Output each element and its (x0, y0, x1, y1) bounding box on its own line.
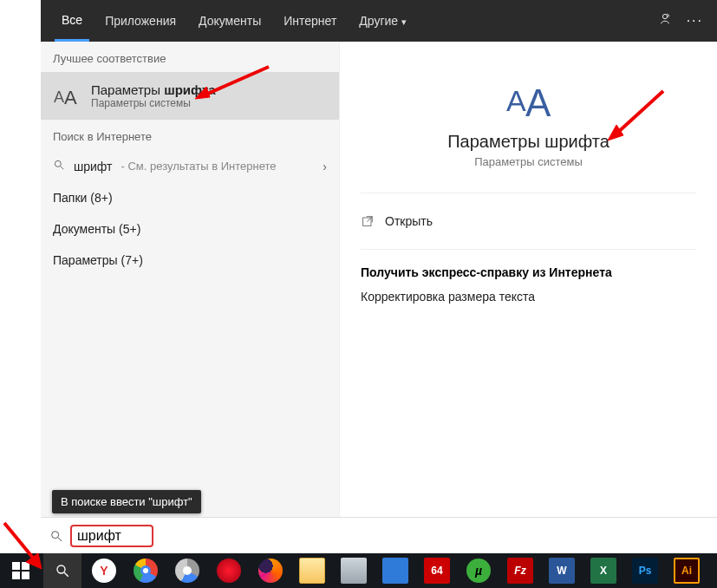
open-label: Открыть (385, 214, 433, 228)
taskbar-firefox[interactable] (251, 553, 290, 588)
search-icon (53, 159, 65, 173)
category-folders[interactable]: Папки (8+) (41, 182, 339, 213)
search-header: Все Приложения Документы Интернет Другие… (41, 0, 717, 42)
help-link[interactable]: Корректировка размера текста (361, 290, 696, 304)
open-action[interactable]: Открыть (361, 206, 696, 237)
taskbar-word[interactable]: W (543, 553, 581, 588)
best-match-title: Параметры шрифта (91, 82, 216, 97)
yandex-icon: Y (92, 559, 116, 583)
category-documents[interactable]: Документы (5+) (41, 213, 339, 245)
taskbar-app-blue[interactable] (376, 553, 414, 588)
tab-more-label: Другие (359, 14, 398, 28)
taskbar-search-button[interactable] (43, 553, 81, 588)
web-search-hint: - См. результаты в Интернете (121, 160, 276, 173)
taskbar-photoshop[interactable]: Ps (626, 553, 664, 588)
category-settings[interactable]: Параметры (7+) (41, 245, 339, 276)
taskbar-yandex[interactable]: Y (85, 553, 123, 588)
filezilla-icon: Fz (507, 558, 533, 584)
opera-icon (217, 559, 241, 583)
instruction-tooltip: В поиске ввести "шрифт" (52, 490, 201, 513)
options-button[interactable]: ··· (687, 13, 703, 29)
search-icon (49, 529, 63, 543)
chrome-icon (134, 559, 158, 583)
taskbar: Y 64 µ Fz W X Ps Ai (0, 553, 717, 588)
taskbar-explorer[interactable] (293, 553, 331, 588)
firefox-icon (258, 559, 283, 583)
folder-icon (299, 558, 325, 584)
photoshop-icon: Ps (632, 558, 658, 584)
help-section-title: Получить экспресс-справку из Интернета (361, 265, 696, 279)
tab-documents[interactable]: Документы (192, 0, 268, 42)
detail-title: Параметры шрифта (361, 132, 696, 152)
taskbar-utorrent[interactable]: µ (460, 553, 498, 588)
search-bar (41, 517, 717, 553)
web-search-query: шрифт (74, 160, 112, 173)
web-search-item[interactable]: шрифт - См. результаты в Интернете › (41, 150, 339, 182)
svg-text:A: A (525, 82, 551, 121)
svg-text:A: A (54, 88, 64, 106)
svg-point-10 (57, 565, 65, 573)
taskbar-chrome-canary[interactable] (168, 553, 206, 588)
best-match-label: Лучшее соответствие (41, 42, 339, 72)
feedback-icon[interactable] (657, 11, 673, 30)
excel-icon: X (590, 558, 616, 584)
search-input[interactable] (77, 528, 147, 544)
utorrent-icon: µ (466, 559, 491, 583)
svg-point-8 (52, 531, 59, 538)
chrome-canary-icon (175, 559, 199, 583)
start-button[interactable] (2, 553, 40, 588)
font-settings-icon: AA (53, 84, 81, 108)
results-list: Лучшее соответствие AA Параметры шрифта … (41, 42, 339, 518)
svg-text:A: A (64, 87, 77, 108)
open-icon (361, 214, 375, 228)
detail-icon: AA (361, 78, 696, 125)
app-icon (382, 558, 408, 584)
search-input-highlight (70, 525, 153, 547)
tab-all[interactable]: Все (55, 0, 89, 42)
taskbar-excel[interactable]: X (584, 553, 622, 588)
taskbar-filezilla[interactable]: Fz (501, 553, 539, 588)
taskbar-irfanview[interactable]: 64 (418, 553, 456, 588)
illustrator-icon: Ai (674, 558, 700, 584)
irfanview-icon: 64 (424, 558, 450, 584)
taskbar-illustrator[interactable]: Ai (668, 553, 706, 588)
result-detail: AA Параметры шрифта Параметры системы От… (339, 42, 717, 518)
svg-text:A: A (506, 84, 526, 117)
app-icon (341, 558, 367, 584)
best-match-item[interactable]: AA Параметры шрифта Параметры системы (41, 72, 339, 120)
word-icon: W (549, 558, 575, 584)
detail-subtitle: Параметры системы (361, 155, 696, 168)
web-search-label: Поиск в Интернете (41, 120, 339, 150)
svg-point-0 (662, 14, 667, 18)
chevron-down-icon (401, 14, 407, 28)
search-results-panel: Лучшее соответствие AA Параметры шрифта … (41, 42, 717, 518)
divider (361, 193, 696, 193)
taskbar-app-gray[interactable] (335, 553, 373, 588)
windows-logo-icon (12, 562, 29, 579)
svg-line-4 (61, 167, 64, 170)
chevron-right-icon: › (323, 160, 327, 173)
taskbar-chrome[interactable] (127, 553, 165, 588)
svg-line-9 (58, 538, 62, 541)
divider (361, 249, 696, 250)
tab-apps[interactable]: Приложения (98, 0, 183, 42)
svg-line-11 (64, 572, 68, 577)
tab-web[interactable]: Интернет (277, 0, 343, 42)
search-icon (55, 563, 70, 578)
taskbar-opera[interactable] (210, 553, 248, 588)
tab-more[interactable]: Другие (352, 0, 414, 42)
svg-point-3 (55, 160, 61, 167)
best-match-subtitle: Параметры системы (91, 97, 216, 109)
